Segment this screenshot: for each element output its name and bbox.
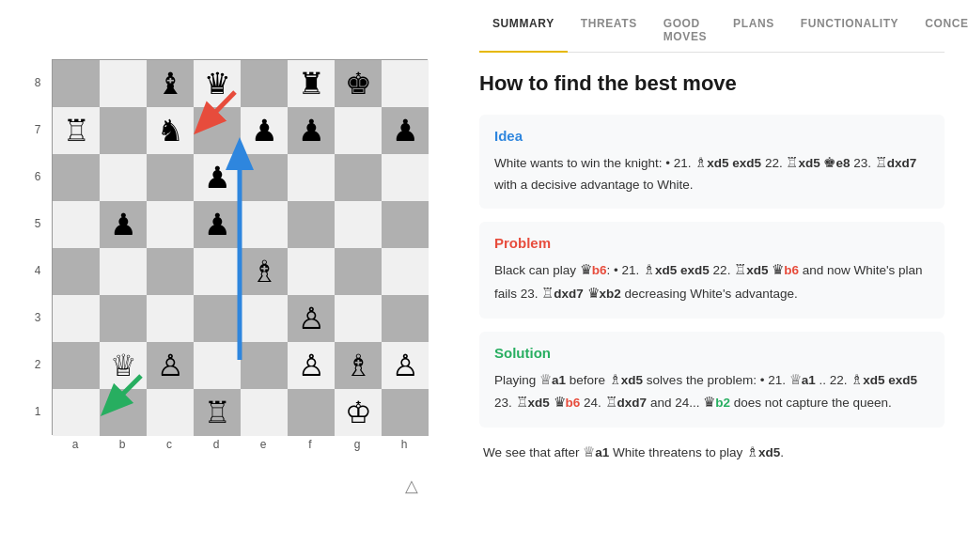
chess-board: ♝ ♛ ♜ ♚ ♖ ♞ ♟ ♟ ♟ ♟ [52,59,428,435]
cell-b5: ♟ [100,201,147,248]
section-problem-text: Black can play ♛b6: • 21. ♗xd5 exd5 22. … [494,258,929,305]
rank-7: 7 [28,106,47,153]
tab-threats[interactable]: THREATS [568,9,650,53]
cell-b7 [100,107,147,154]
right-panel: SUMMARY THREATS GOOD MOVES PLANS FUNCTIO… [461,0,968,560]
cell-d3 [194,295,241,342]
nav-tabs: SUMMARY THREATS GOOD MOVES PLANS FUNCTIO… [479,9,945,53]
cell-a4 [53,248,100,295]
cell-b3 [100,295,147,342]
board-wrapper: ♝ ♛ ♜ ♚ ♖ ♞ ♟ ♟ ♟ ♟ [52,59,428,482]
tab-functionality[interactable]: FUNCTIONALITY [788,9,912,53]
cell-a5 [53,201,100,248]
cell-g8: ♚ [335,60,382,107]
bell-icon-wrapper[interactable]: △ [405,475,418,496]
cell-f1 [288,389,335,436]
chess-board-panel: 8 7 6 5 4 3 2 1 ♝ ♛ ♜ ♚ ♖ [0,0,461,560]
tab-concepts[interactable]: CONCEPTS [912,9,968,53]
cell-d7 [194,107,241,154]
cell-d6: ♟ [194,154,241,201]
file-d: d [193,435,240,454]
rank-4: 4 [28,247,47,294]
cell-a6 [53,154,100,201]
file-g: g [334,435,381,454]
cell-d8: ♛ [194,60,241,107]
section-idea-text: White wants to win the knight: • 21. ♗xd… [494,151,929,195]
page-title: How to find the best move [479,71,945,96]
cell-a1 [53,389,100,436]
cell-c4 [147,248,194,295]
cell-f5 [288,201,335,248]
cell-c2: ♙ [147,342,194,389]
file-h: h [381,435,428,454]
board-container: 8 7 6 5 4 3 2 1 ♝ ♛ ♜ ♚ ♖ [28,54,432,506]
cell-f4 [288,248,335,295]
file-c: c [146,435,193,454]
rank-8: 8 [28,59,47,106]
tab-plans[interactable]: PLANS [720,9,788,53]
cell-c3 [147,295,194,342]
cell-a8 [53,60,100,107]
section-solution-text: Playing ♕a1 before ♗xd5 solves the probl… [494,368,929,415]
cell-d4 [194,248,241,295]
file-e: e [240,435,287,454]
cell-h6 [382,154,429,201]
cell-h7: ♟ [382,107,429,154]
tab-good-moves[interactable]: GOOD MOVES [650,9,720,53]
cell-h1 [382,389,429,436]
rank-2: 2 [28,341,47,388]
bottom-note: We see that after ♕a1 White threatens to… [479,441,945,464]
cell-d5: ♟ [194,201,241,248]
cell-c6 [147,154,194,201]
cell-c1 [147,389,194,436]
cell-e2 [241,342,288,389]
cell-g5 [335,201,382,248]
cell-e5 [241,201,288,248]
rank-labels: 8 7 6 5 4 3 2 1 [28,59,47,435]
cell-f6 [288,154,335,201]
cell-c5 [147,201,194,248]
section-solution: Solution Playing ♕a1 before ♗xd5 solves … [479,332,945,428]
cell-g1: ♔ [335,389,382,436]
cell-a2 [53,342,100,389]
cell-e7: ♟ [241,107,288,154]
cell-f7: ♟ [288,107,335,154]
rank-6: 6 [28,153,47,200]
cell-a7: ♖ [53,107,100,154]
section-problem: Problem Black can play ♛b6: • 21. ♗xd5 e… [479,222,945,319]
cell-e8 [241,60,288,107]
cell-h8 [382,60,429,107]
cell-e3 [241,295,288,342]
cell-b1 [100,389,147,436]
rank-3: 3 [28,294,47,341]
cell-f3: ♙ [288,295,335,342]
section-problem-title: Problem [494,235,929,251]
cell-d2 [194,342,241,389]
bell-icon[interactable]: △ [405,476,418,495]
cell-h5 [382,201,429,248]
cell-e6 [241,154,288,201]
cell-f8: ♜ [288,60,335,107]
cell-g4 [335,248,382,295]
cell-a3 [53,295,100,342]
cell-b2: ♕ [100,342,147,389]
section-idea-title: Idea [494,128,929,144]
cell-b4 [100,248,147,295]
cell-g6 [335,154,382,201]
file-f: f [287,435,334,454]
cell-e1 [241,389,288,436]
section-idea: Idea White wants to win the knight: • 21… [479,115,945,209]
rank-5: 5 [28,200,47,247]
cell-g3 [335,295,382,342]
cell-g7 [335,107,382,154]
section-solution-title: Solution [494,345,929,361]
cell-h2: ♙ [382,342,429,389]
cell-f2: ♙ [288,342,335,389]
cell-b8 [100,60,147,107]
tab-summary[interactable]: SUMMARY [479,9,568,53]
cell-c7: ♞ [147,107,194,154]
cell-h3 [382,295,429,342]
file-a: a [52,435,99,454]
file-b: b [99,435,146,454]
rank-1: 1 [28,388,47,435]
